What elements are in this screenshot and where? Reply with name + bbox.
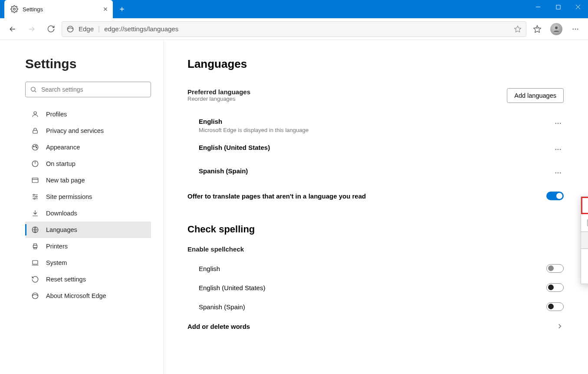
reset-icon bbox=[31, 275, 39, 283]
browser-tab[interactable]: Settings bbox=[4, 0, 113, 18]
context-menu-item[interactable]: Move to the top bbox=[581, 232, 588, 249]
sidebar-item-reset-settings[interactable]: Reset settings bbox=[25, 271, 151, 288]
palette-icon bbox=[31, 143, 39, 151]
svg-point-18 bbox=[33, 194, 35, 195]
svg-point-6 bbox=[573, 28, 574, 29]
sidebar-title: Settings bbox=[25, 56, 151, 71]
language-context-menu: Display Microsoft Edge in this languageO… bbox=[581, 196, 588, 284]
add-delete-words-label: Add or delete words bbox=[187, 323, 250, 330]
back-button[interactable] bbox=[4, 21, 21, 37]
svg-point-32 bbox=[558, 172, 558, 173]
sidebar-item-new-tab-page[interactable]: New tab page bbox=[25, 172, 151, 189]
context-menu-item[interactable]: Display Microsoft Edge in this language bbox=[581, 197, 588, 214]
svg-rect-23 bbox=[33, 261, 38, 264]
lock-icon bbox=[31, 127, 39, 135]
sidebar-item-system[interactable]: System bbox=[25, 255, 151, 271]
svg-point-9 bbox=[31, 87, 35, 91]
translate-toggle[interactable] bbox=[546, 192, 564, 200]
window-controls bbox=[528, 0, 588, 14]
language-more-button[interactable] bbox=[552, 144, 564, 157]
svg-rect-1 bbox=[556, 5, 560, 9]
svg-point-7 bbox=[575, 28, 576, 29]
search-icon bbox=[30, 86, 37, 93]
close-icon[interactable] bbox=[102, 6, 108, 12]
svg-point-5 bbox=[555, 26, 558, 29]
svg-point-15 bbox=[36, 147, 37, 148]
tab-title: Settings bbox=[23, 6, 98, 13]
language-item: English (United States) bbox=[187, 139, 564, 162]
context-menu-item[interactable]: Offer to translate pages in this languag… bbox=[581, 214, 588, 232]
svg-point-20 bbox=[34, 198, 35, 199]
svg-point-31 bbox=[555, 172, 556, 173]
profile-avatar[interactable] bbox=[548, 21, 565, 37]
check-spelling-heading: Check spelling bbox=[187, 224, 564, 235]
translate-toggle-label: Offer to translate pages that aren't in … bbox=[187, 192, 366, 200]
spellcheck-toggle[interactable] bbox=[546, 264, 564, 273]
settings-sidebar: Settings ProfilesPrivacy and servicesApp… bbox=[0, 40, 164, 374]
spellcheck-toggle[interactable] bbox=[546, 283, 564, 292]
address-url: edge://settings/languages bbox=[104, 25, 509, 33]
search-settings-box[interactable] bbox=[25, 82, 151, 97]
download-icon bbox=[31, 209, 39, 217]
context-menu-item[interactable]: Remove bbox=[581, 266, 588, 284]
sidebar-item-about-microsoft-edge[interactable]: About Microsoft Edge bbox=[25, 288, 151, 304]
edge-icon bbox=[66, 25, 74, 33]
edge-icon bbox=[31, 292, 39, 300]
search-input[interactable] bbox=[41, 86, 146, 93]
sidebar-item-privacy-and-services[interactable]: Privacy and services bbox=[25, 122, 151, 139]
preferred-languages-heading: Preferred languages bbox=[187, 88, 250, 96]
context-menu-item[interactable]: Move up bbox=[581, 249, 588, 266]
settings-main: Languages Preferred languages Reorder la… bbox=[164, 40, 588, 374]
titlebar: Settings bbox=[0, 0, 588, 18]
svg-point-33 bbox=[560, 172, 561, 173]
svg-point-25 bbox=[555, 123, 556, 124]
svg-point-13 bbox=[33, 146, 34, 147]
language-item: Spanish (Spain) bbox=[187, 162, 564, 185]
svg-point-0 bbox=[13, 8, 16, 10]
svg-point-10 bbox=[34, 112, 36, 114]
enable-spellcheck-label: Enable spellcheck bbox=[187, 245, 564, 253]
forward-button[interactable] bbox=[23, 21, 40, 37]
add-languages-button[interactable]: Add languages bbox=[507, 88, 564, 103]
svg-point-8 bbox=[577, 28, 578, 29]
sidebar-item-appearance[interactable]: Appearance bbox=[25, 139, 151, 156]
language-more-button[interactable] bbox=[552, 167, 564, 180]
svg-point-12 bbox=[32, 144, 38, 150]
favorites-button[interactable] bbox=[529, 21, 545, 37]
svg-point-2 bbox=[67, 26, 73, 32]
maximize-button[interactable] bbox=[548, 0, 568, 14]
chevron-right-icon[interactable] bbox=[556, 322, 564, 330]
preferred-languages-sub: Reorder languages bbox=[187, 96, 250, 102]
power-icon bbox=[31, 160, 39, 168]
svg-rect-11 bbox=[33, 130, 38, 133]
svg-point-19 bbox=[36, 196, 37, 198]
svg-marker-4 bbox=[534, 25, 541, 32]
address-bar[interactable]: Edge | edge://settings/languages bbox=[62, 21, 526, 37]
language-more-button[interactable] bbox=[552, 118, 564, 131]
close-window-button[interactable] bbox=[568, 0, 588, 14]
sidebar-item-on-startup[interactable]: On startup bbox=[25, 156, 151, 172]
refresh-button[interactable] bbox=[43, 21, 59, 37]
globe-icon bbox=[31, 226, 39, 234]
svg-point-26 bbox=[558, 123, 558, 124]
sidebar-item-languages[interactable]: Languages bbox=[25, 222, 151, 238]
spellcheck-item: Spanish (Spain) bbox=[187, 297, 564, 316]
sidebar-item-printers[interactable]: Printers bbox=[25, 238, 151, 255]
favorite-star-icon[interactable] bbox=[514, 25, 522, 33]
sidebar-item-profiles[interactable]: Profiles bbox=[25, 106, 151, 122]
svg-rect-17 bbox=[32, 178, 38, 183]
more-menu-button[interactable] bbox=[567, 21, 584, 37]
spellcheck-item: English (United States) bbox=[187, 278, 564, 297]
sliders-icon bbox=[31, 193, 39, 201]
minimize-button[interactable] bbox=[528, 0, 548, 14]
spellcheck-item: English bbox=[187, 259, 564, 278]
sidebar-item-site-permissions[interactable]: Site permissions bbox=[25, 189, 151, 205]
svg-point-14 bbox=[35, 146, 36, 146]
laptop-icon bbox=[31, 259, 39, 267]
gear-icon bbox=[10, 5, 18, 13]
sidebar-item-downloads[interactable]: Downloads bbox=[25, 205, 151, 222]
new-tab-button[interactable] bbox=[115, 2, 129, 17]
person-icon bbox=[31, 110, 39, 118]
spellcheck-toggle[interactable] bbox=[546, 302, 564, 311]
newtab-icon bbox=[31, 176, 39, 184]
